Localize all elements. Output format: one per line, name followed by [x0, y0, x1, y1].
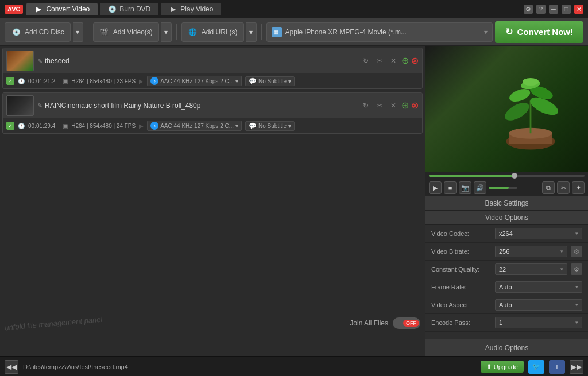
- meta-divider-2: [59, 122, 59, 129]
- subtitle-selector-2[interactable]: 💬 No Subtitle ▾: [245, 121, 295, 131]
- remove-btn-1[interactable]: ⊗: [411, 55, 419, 67]
- audio-selector-2[interactable]: ♪ AAC 44 KHz 127 Kbps 2 C... ▾: [147, 121, 242, 131]
- close-icon[interactable]: ✕: [574, 5, 583, 14]
- convert-now-button[interactable]: ↻ Convert Now!: [495, 21, 584, 43]
- settings-icon[interactable]: ⚙: [524, 5, 533, 14]
- right-panel: ▶ ■ 📷 🔊 ⧉ ✂ ✦ Basic Settings Video Optio…: [425, 46, 588, 356]
- framerate-value[interactable]: Auto ▾: [495, 281, 582, 293]
- add-url-button[interactable]: 🌐 Add URL(s): [181, 22, 244, 42]
- subtitle-value-1: No Subtitle: [258, 78, 287, 84]
- seek-handle[interactable]: [512, 173, 517, 179]
- tab-burn-dvd[interactable]: 💿 Burn DVD: [100, 3, 158, 15]
- convert-refresh-icon: ↻: [505, 26, 513, 37]
- next-button[interactable]: ▶▶: [570, 360, 583, 374]
- playback-controls: ▶ ■ 📷 🔊 ⧉ ✂ ✦: [425, 179, 588, 196]
- svg-point-9: [523, 78, 539, 86]
- app-logo: AVC: [5, 5, 23, 14]
- codec-dropdown-arrow: ▾: [575, 231, 578, 237]
- maximize-icon[interactable]: □: [562, 5, 571, 14]
- seek-bar[interactable]: [429, 175, 585, 177]
- cut-btn-1[interactable]: ✂: [374, 55, 385, 67]
- scissors-btn-1[interactable]: ✕: [388, 55, 399, 67]
- cut-btn-2[interactable]: ✂: [374, 100, 385, 111]
- video-bitrate-gear[interactable]: ⚙: [571, 246, 582, 257]
- encode-pass-value[interactable]: 1 ▾: [495, 317, 582, 328]
- film-icon-2: ▣: [63, 123, 68, 129]
- edit-icon-1[interactable]: ✎: [37, 57, 42, 65]
- copy-button[interactable]: ⧉: [542, 181, 555, 194]
- sync-btn-1[interactable]: ↻: [360, 55, 372, 67]
- cut-video-button[interactable]: ✂: [557, 181, 570, 194]
- add-btn-1[interactable]: ⊕: [401, 55, 409, 67]
- audio-options-button[interactable]: Audio Options: [425, 339, 588, 356]
- add-btn-2[interactable]: ⊕: [401, 100, 409, 111]
- tab-convert-label: Convert Video: [46, 5, 90, 13]
- facebook-button[interactable]: f: [549, 360, 565, 374]
- tab-play-label: Play Video: [180, 5, 213, 13]
- remove-btn-2[interactable]: ⊗: [411, 100, 419, 111]
- tab-play-video[interactable]: ▶ Play Video: [161, 3, 221, 15]
- framerate-label: Frame Rate:: [431, 284, 492, 290]
- prev-button[interactable]: ◀◀: [5, 360, 18, 374]
- burn-dvd-icon: 💿: [108, 5, 116, 13]
- toolbar: 💿 Add CD Disc ▾ 🎬 Add Video(s) ▾ 🌐 Add U…: [0, 18, 588, 46]
- framerate-dropdown-arrow: ▾: [575, 284, 578, 290]
- file-checkbox-1[interactable]: ✓: [6, 77, 14, 85]
- preview-image: [425, 46, 588, 172]
- add-url-dropdown[interactable]: ▾: [246, 22, 257, 42]
- tab-convert-video[interactable]: ▶ Convert Video: [26, 3, 98, 15]
- title-bar: AVC ▶ Convert Video 💿 Burn DVD ▶ Play Vi…: [0, 0, 588, 18]
- format-selector[interactable]: ▦ Apple iPhone XR MPEG-4 Movie (*.m... ▾: [266, 22, 493, 42]
- quality-dropdown-arrow: ▾: [560, 266, 563, 272]
- audio-value-1: AAC 44 KHz 127 Kbps 2 C...: [160, 78, 234, 84]
- add-video-button[interactable]: 🎬 Add Video(s): [93, 22, 159, 42]
- join-all-area: Join All Files OFF: [350, 317, 420, 329]
- setting-row-encode-pass: Encode Pass: 1 ▾: [425, 314, 588, 332]
- play-button[interactable]: ▶: [429, 181, 442, 194]
- add-cd-label: Add CD Disc: [25, 28, 64, 36]
- file-item-1-header: ✎ theseed ↻ ✂ ✕ ⊕ ⊗: [3, 48, 422, 73]
- file-path: D:\files\tempzz\v\ns\test\theseed.mp4: [23, 363, 476, 370]
- preview-area: [425, 46, 588, 172]
- add-cd-dropdown[interactable]: ▾: [73, 22, 83, 42]
- scissors-btn-2[interactable]: ✕: [388, 100, 399, 111]
- separator-3: [261, 24, 262, 40]
- upgrade-button[interactable]: ⬆ Upgrade: [481, 361, 524, 373]
- twitter-button[interactable]: 🐦: [528, 360, 544, 374]
- join-toggle-button[interactable]: OFF: [393, 317, 420, 329]
- audio-icon-2: ♪: [150, 122, 158, 130]
- file-codec-2: H264 | 854x480 | 24 FPS: [71, 123, 136, 129]
- basic-settings-header: Basic Settings: [425, 196, 588, 211]
- aspect-value[interactable]: Auto ▾: [495, 299, 582, 311]
- quality-gear[interactable]: ⚙: [571, 263, 582, 275]
- clock-icon-1: 🕐: [18, 78, 25, 84]
- effects-button[interactable]: ✦: [572, 181, 585, 194]
- convert-video-icon: ▶: [34, 5, 42, 13]
- volume-slider[interactable]: [489, 187, 517, 189]
- separator-1: [88, 24, 88, 40]
- stop-button[interactable]: ■: [444, 181, 457, 194]
- file-meta-2: ✓ 🕐 00:01:29.4 ▣ H264 | 854x480 | 24 FPS…: [3, 118, 422, 133]
- file-thumbnail-2: [6, 95, 34, 116]
- audio-selector-1[interactable]: ♪ AAC 44 KHz 127 Kbps 2 C... ▾: [147, 76, 242, 86]
- volume-button[interactable]: 🔊: [474, 181, 486, 194]
- convert-now-label: Convert Now!: [517, 27, 574, 37]
- seek-fill: [429, 175, 514, 177]
- minimize-icon[interactable]: ─: [549, 5, 558, 14]
- separator-2: [176, 24, 177, 40]
- file-checkbox-2[interactable]: ✓: [6, 122, 14, 130]
- edit-icon-2[interactable]: ✎: [37, 102, 42, 110]
- video-bitrate-value[interactable]: 256 ▾: [495, 246, 567, 257]
- watermark-area: unfold file management panel Join All Fi…: [0, 313, 425, 334]
- video-codec-value[interactable]: x264 ▾: [495, 228, 582, 239]
- add-cd-button[interactable]: 💿 Add CD Disc: [5, 22, 71, 42]
- format-label: Apple iPhone XR MPEG-4 Movie (*.m...: [285, 28, 407, 36]
- quality-value[interactable]: 22 ▾: [495, 263, 567, 275]
- help-icon[interactable]: ?: [536, 5, 546, 14]
- file-meta-1: ✓ 🕐 00:01:21.2 ▣ H264 | 854x480 | 23 FPS…: [3, 73, 422, 88]
- add-video-dropdown[interactable]: ▾: [161, 22, 172, 42]
- sync-btn-2[interactable]: ↻: [360, 100, 372, 111]
- screenshot-button[interactable]: 📷: [459, 181, 471, 194]
- settings-panel: Basic Settings Video Options Video Codec…: [425, 196, 588, 339]
- subtitle-selector-1[interactable]: 💬 No Subtitle ▾: [245, 76, 295, 86]
